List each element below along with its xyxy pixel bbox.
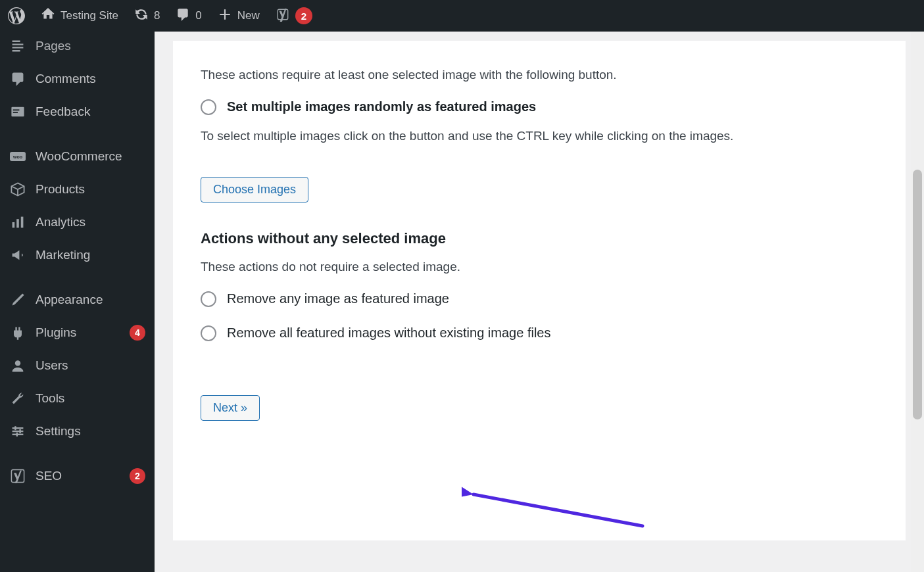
sidebar-label: Users (36, 358, 145, 373)
svg-text:woo: woo (12, 155, 22, 159)
admin-bar: Testing Site 8 0 New 2 (0, 0, 924, 32)
seo-badge: 2 (130, 468, 145, 484)
comments-link[interactable]: 0 (168, 0, 209, 32)
arrow-annotation (462, 480, 652, 542)
sidebar-item-feedback[interactable]: Feedback (0, 95, 155, 128)
home-icon (41, 7, 55, 25)
svg-rect-10 (12, 427, 24, 429)
sidebar-item-comments[interactable]: Comments (0, 62, 155, 95)
sidebar-label: Settings (36, 424, 145, 439)
sidebar-label: Feedback (36, 105, 145, 119)
plugins-icon (9, 324, 26, 341)
radio-icon[interactable] (201, 291, 216, 307)
settings-icon (9, 423, 26, 440)
wp-logo[interactable] (0, 0, 33, 32)
products-icon (9, 181, 26, 198)
new-label: New (237, 9, 260, 22)
users-icon (9, 357, 26, 374)
sidebar-label: SEO (36, 469, 120, 483)
sidebar-label: WooCommerce (36, 149, 145, 164)
sidebar-item-products[interactable]: Products (0, 173, 155, 206)
sidebar: Pages Comments Feedback woo WooCommerce … (0, 32, 155, 572)
site-name-link[interactable]: Testing Site (33, 0, 126, 32)
sidebar-label: Marketing (36, 248, 145, 262)
marketing-icon (9, 247, 26, 264)
yoast-link[interactable]: 2 (268, 0, 320, 32)
without-desc: These actions do not require a selected … (201, 258, 878, 277)
feedback-icon (9, 103, 26, 120)
analytics-icon (9, 214, 26, 231)
sidebar-item-plugins[interactable]: Plugins 4 (0, 316, 155, 349)
choose-images-button[interactable]: Choose Images (201, 177, 308, 203)
svg-rect-8 (21, 217, 24, 228)
sidebar-item-settings[interactable]: Settings (0, 415, 155, 448)
sidebar-label: Tools (36, 391, 145, 406)
new-link[interactable]: New (210, 0, 268, 32)
tools-icon (9, 390, 26, 407)
svg-rect-13 (14, 426, 16, 430)
woocommerce-icon: woo (9, 148, 26, 165)
appearance-icon (9, 291, 26, 308)
radio-icon[interactable] (201, 99, 216, 115)
sidebar-label: Plugins (36, 325, 120, 340)
svg-rect-7 (16, 219, 19, 227)
sidebar-item-marketing[interactable]: Marketing (0, 239, 155, 272)
svg-rect-2 (13, 109, 20, 110)
svg-rect-3 (13, 112, 18, 113)
svg-rect-15 (16, 433, 18, 437)
comments-icon (176, 7, 190, 25)
sidebar-item-pages[interactable]: Pages (0, 35, 155, 62)
svg-rect-14 (19, 429, 20, 433)
site-name: Testing Site (61, 9, 118, 22)
pages-icon (9, 37, 26, 55)
sidebar-item-tools[interactable]: Tools (0, 382, 155, 415)
sidebar-item-appearance[interactable]: Appearance (0, 283, 155, 316)
svg-rect-6 (12, 222, 15, 227)
scrollbar-thumb[interactable] (913, 170, 922, 419)
plus-icon (218, 7, 232, 25)
radio-label: Set multiple images randomly as featured… (227, 99, 536, 114)
scrollbar-track[interactable] (911, 32, 924, 572)
updates-icon (134, 7, 149, 25)
plugins-badge: 4 (130, 325, 145, 341)
sidebar-label: Appearance (36, 293, 145, 307)
hint-multi-select: To select multiple images click on the b… (201, 127, 878, 146)
radio-option-remove-missing[interactable]: Remove all featured images without exist… (201, 325, 878, 341)
radio-option-set-random[interactable]: Set multiple images randomly as featured… (201, 99, 878, 115)
radio-option-remove-any[interactable]: Remove any image as featured image (201, 291, 878, 307)
sidebar-item-seo[interactable]: SEO 2 (0, 460, 155, 492)
comments-icon (9, 70, 26, 87)
radio-label: Remove all featured images without exist… (227, 325, 550, 341)
sidebar-item-analytics[interactable]: Analytics (0, 206, 155, 239)
intro-text: These actions require at least one selec… (201, 41, 878, 85)
content-box: These actions require at least one selec… (173, 41, 906, 540)
updates-link[interactable]: 8 (126, 0, 168, 32)
yoast-icon (276, 7, 290, 25)
content-wrap: These actions require at least one selec… (155, 32, 924, 572)
radio-label: Remove any image as featured image (227, 291, 449, 306)
yoast-badge: 2 (295, 7, 312, 24)
seo-icon (9, 467, 26, 485)
section-heading-without: Actions without any selected image (201, 230, 878, 247)
sidebar-label: Products (36, 182, 145, 197)
updates-count: 8 (154, 9, 160, 22)
sidebar-label: Comments (36, 72, 145, 86)
sidebar-item-woocommerce[interactable]: woo WooCommerce (0, 140, 155, 173)
sidebar-label: Pages (36, 39, 145, 53)
radio-icon[interactable] (201, 325, 216, 341)
svg-point-9 (15, 360, 20, 366)
comments-count: 0 (195, 9, 201, 22)
svg-rect-11 (12, 431, 24, 432)
next-button[interactable]: Next » (201, 395, 260, 421)
sidebar-item-users[interactable]: Users (0, 349, 155, 382)
sidebar-label: Analytics (36, 215, 145, 229)
